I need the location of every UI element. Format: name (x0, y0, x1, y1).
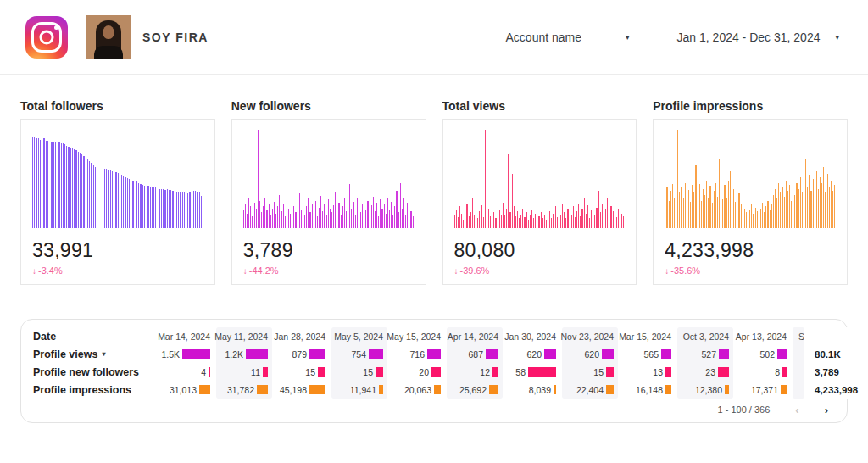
views-cell: 502 (739, 345, 787, 363)
kpi-profile-impressions: Profile impressions 4,233,998 ↓-35.6% (653, 99, 848, 285)
spark-bar (306, 206, 307, 228)
spark-bar (825, 192, 826, 228)
profile-views-row-label[interactable]: Profile views ▾ (33, 345, 159, 363)
spark-bar (353, 202, 353, 228)
spark-bar (581, 209, 582, 228)
impressions-cell: 45,198 (278, 381, 326, 399)
spark-bar (519, 218, 520, 228)
spark-bar (89, 161, 90, 228)
spark-bar (584, 198, 585, 228)
spark-bar (299, 193, 300, 228)
spark-bar (733, 189, 734, 228)
kpi-total-followers: Total followers 33,991 ↓-3.4% (20, 99, 215, 285)
spark-bar (378, 216, 379, 228)
spark-bar (476, 209, 476, 228)
spark-bar (129, 179, 130, 228)
date-range-selector[interactable]: Jan 1, 2024 - Dec 31, 2024 ▾ (677, 31, 839, 44)
table-column: May 11, 20241.2K1131,782 (216, 327, 272, 399)
avatar-body (94, 46, 123, 59)
spark-bar (692, 185, 693, 228)
profile-views-label-text: Profile views (33, 349, 97, 360)
views-bar (661, 349, 671, 359)
spark-bar (553, 214, 554, 228)
spark-bar (751, 204, 752, 228)
spark-bar (818, 189, 819, 228)
spark-bar (821, 183, 822, 228)
spark-bar (58, 142, 59, 228)
spark-bar (487, 214, 487, 228)
spark-bar (807, 187, 808, 228)
pagination-next-icon[interactable]: › (825, 404, 828, 416)
spark-bar (324, 204, 325, 228)
pagination-prev-icon[interactable]: ‹ (795, 404, 798, 416)
kpi-delta-value: -3.4% (38, 265, 63, 276)
arrow-down-icon: ↓ (32, 266, 36, 276)
spark-bar (106, 169, 107, 228)
spark-bar (456, 210, 457, 228)
spark-bar (488, 209, 489, 228)
spark-bar (272, 209, 273, 228)
spark-bar (757, 211, 758, 228)
spark-bar (683, 198, 684, 228)
spark-bar (292, 198, 292, 228)
spark-bar (367, 201, 368, 228)
instagram-camera-dot (54, 25, 58, 30)
spark-bar (562, 204, 563, 228)
spark-bar (703, 189, 704, 228)
spark-bar (91, 163, 92, 228)
spark-bar (498, 187, 498, 228)
spark-bar (541, 212, 542, 228)
spark-bar (504, 215, 505, 228)
spark-bar (820, 177, 821, 228)
spark-bar (465, 209, 465, 228)
kpi-value: 3,789 (243, 239, 415, 262)
spark-bar (337, 210, 337, 228)
spark-bar (591, 210, 592, 228)
spark-bar (544, 215, 545, 228)
impressions-bar (489, 385, 498, 394)
spark-bar (123, 176, 124, 228)
spark-bar (623, 216, 624, 228)
spark-bar (95, 167, 96, 228)
spark-bar (266, 210, 267, 228)
spark-bar (320, 196, 321, 228)
column-date-header: Mar 14, 2024 (163, 327, 210, 345)
spark-bar (564, 212, 565, 228)
spark-bar (719, 159, 720, 228)
spark-bar (526, 212, 527, 228)
new-followers-cell: 58 (509, 363, 556, 381)
spark-bar (338, 203, 339, 228)
spark-bar (376, 203, 377, 228)
spark-bar (749, 210, 750, 228)
kpi-new-followers: New followers 3,789 ↓-44.2% (231, 99, 426, 285)
spark-bar (618, 209, 619, 228)
spark-bar (570, 201, 570, 228)
table-column: Jan 28, 20248791545,198 (274, 327, 330, 399)
spark-bar (771, 204, 772, 228)
spark-bar (470, 212, 471, 228)
spark-bar (53, 142, 54, 228)
views-bar (719, 349, 729, 359)
table-column: May 15, 20247162020,063 (389, 327, 445, 399)
spark-bar (827, 174, 828, 228)
spark-bar (152, 187, 153, 228)
spark-bar (796, 183, 797, 228)
spark-bar (580, 216, 581, 228)
account-selector[interactable]: Account name ▾ (506, 31, 630, 44)
profile-new-followers-row-label: Profile new followers (33, 363, 159, 381)
kpi-card: 80,080 ↓-39.6% (442, 119, 637, 285)
spark-bar (477, 218, 478, 228)
spark-bar (610, 206, 611, 228)
spark-bar (51, 142, 52, 228)
spark-bar (413, 216, 414, 228)
spark-bar (303, 202, 303, 228)
spark-bar (409, 208, 409, 228)
spark-bar (264, 198, 265, 228)
spark-bar (269, 204, 270, 228)
total-followers-sparkline-chart (32, 130, 203, 228)
new-followers-cell: 15 (336, 363, 383, 381)
spark-bar (666, 187, 667, 228)
spark-bar (159, 189, 160, 228)
new-followers-cell: 23 (682, 363, 729, 381)
spark-bar (472, 198, 473, 228)
